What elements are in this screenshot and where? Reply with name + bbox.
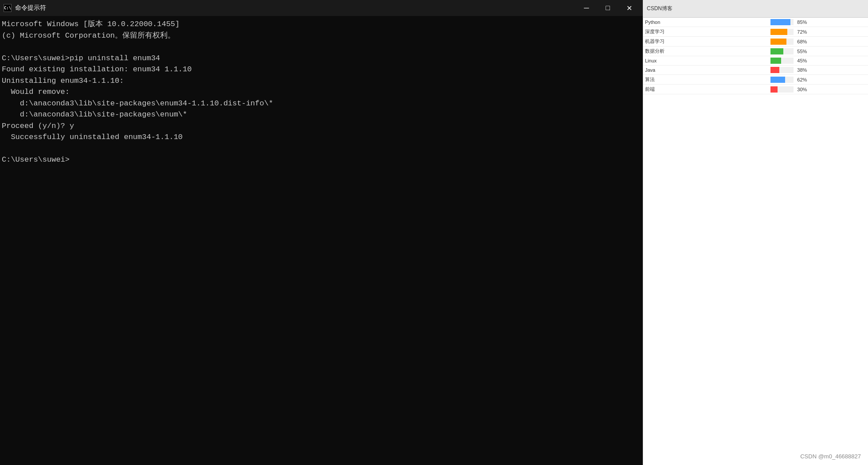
terminal-empty-line bbox=[2, 41, 641, 53]
list-item: Python85% bbox=[643, 18, 868, 27]
csdn-value: 62% bbox=[795, 75, 868, 85]
terminal-line: Found existing installation: enum34 1.1.… bbox=[2, 64, 641, 75]
bar-fill bbox=[770, 86, 778, 93]
csdn-bar-cell bbox=[769, 56, 795, 66]
csdn-value: 55% bbox=[795, 46, 868, 56]
bar-fill bbox=[770, 29, 787, 35]
csdn-table: Python85%深度学习72%机器学习68%数据分析55%Linux45%Ja… bbox=[643, 18, 868, 94]
terminal-line: C:\Users\suwei> bbox=[2, 154, 641, 166]
terminal-line: Successfully uninstalled enum34-1.1.10 bbox=[2, 132, 641, 143]
terminal-body[interactable]: Microsoft Windows [版本 10.0.22000.1455](c… bbox=[0, 16, 643, 465]
title-bar: C:\ 命令提示符 ─ □ ✕ bbox=[0, 0, 643, 16]
csdn-bar-cell bbox=[769, 66, 795, 75]
list-item: 数据分析55% bbox=[643, 46, 868, 56]
terminal-line: d:\anaconda3\lib\site-packages\enum34-1.… bbox=[2, 98, 641, 109]
csdn-label: Java bbox=[643, 66, 769, 75]
title-bar-left: C:\ 命令提示符 bbox=[4, 4, 46, 12]
terminal-line: (c) Microsoft Corporation。保留所有权利。 bbox=[2, 30, 641, 42]
terminal-line: Uninstalling enum34-1.1.10: bbox=[2, 75, 641, 87]
bar-container bbox=[770, 48, 794, 54]
csdn-label: 数据分析 bbox=[643, 46, 769, 56]
csdn-bar-cell bbox=[769, 27, 795, 37]
terminal-line: Proceed (y/n)? y bbox=[2, 120, 641, 132]
bar-fill bbox=[770, 19, 790, 25]
bar-container bbox=[770, 58, 794, 64]
csdn-label: Python bbox=[643, 18, 769, 27]
csdn-header: CSDN博客 bbox=[643, 0, 868, 18]
cmd-icon-text: C:\ bbox=[4, 6, 11, 10]
csdn-sidebar: CSDN博客 Python85%深度学习72%机器学习68%数据分析55%Lin… bbox=[643, 0, 868, 465]
csdn-bar-cell bbox=[769, 85, 795, 94]
bar-fill bbox=[770, 67, 779, 73]
csdn-panel: CSDN博客 Python85%深度学习72%机器学习68%数据分析55%Lin… bbox=[643, 0, 868, 465]
minimize-button[interactable]: ─ bbox=[576, 1, 597, 15]
list-item: 算法62% bbox=[643, 75, 868, 85]
bar-fill bbox=[770, 77, 785, 83]
csdn-content: Python85%深度学习72%机器学习68%数据分析55%Linux45%Ja… bbox=[643, 18, 868, 465]
bar-container bbox=[770, 77, 794, 83]
list-item: Linux45% bbox=[643, 56, 868, 66]
bar-container bbox=[770, 39, 794, 45]
csdn-value: 30% bbox=[795, 85, 868, 94]
terminal-line: C:\Users\suwei>pip uninstall enum34 bbox=[2, 53, 641, 64]
bar-container bbox=[770, 67, 794, 73]
bar-container bbox=[770, 29, 794, 35]
csdn-bar-cell bbox=[769, 18, 795, 27]
csdn-value: 38% bbox=[795, 66, 868, 75]
csdn-label: 深度学习 bbox=[643, 27, 769, 37]
terminal-line: Microsoft Windows [版本 10.0.22000.1455] bbox=[2, 19, 641, 30]
watermark: CSDN @m0_46688827 bbox=[800, 453, 861, 460]
cmd-icon: C:\ bbox=[4, 4, 12, 12]
csdn-label: 前端 bbox=[643, 85, 769, 94]
csdn-value: 68% bbox=[795, 37, 868, 46]
csdn-bar-cell bbox=[769, 37, 795, 46]
bar-container bbox=[770, 86, 794, 93]
csdn-label: 算法 bbox=[643, 75, 769, 85]
csdn-bar-cell bbox=[769, 75, 795, 85]
list-item: 深度学习72% bbox=[643, 27, 868, 37]
bar-container bbox=[770, 19, 794, 25]
maximize-button[interactable]: □ bbox=[598, 1, 618, 15]
window-title: 命令提示符 bbox=[15, 4, 46, 12]
csdn-value: 45% bbox=[795, 56, 868, 66]
bar-fill bbox=[770, 58, 781, 64]
close-button[interactable]: ✕ bbox=[619, 1, 639, 15]
title-bar-controls: ─ □ ✕ bbox=[576, 1, 639, 15]
bar-fill bbox=[770, 39, 786, 45]
csdn-bar-cell bbox=[769, 46, 795, 56]
terminal-empty-line bbox=[2, 143, 641, 155]
list-item: 机器学习68% bbox=[643, 37, 868, 46]
terminal-line: d:\anaconda3\lib\site-packages\enum\* bbox=[2, 109, 641, 120]
list-item: 前端30% bbox=[643, 85, 868, 94]
csdn-label: Linux bbox=[643, 56, 769, 66]
terminal-line: Would remove: bbox=[2, 86, 641, 98]
bar-fill bbox=[770, 48, 783, 54]
cmd-window: C:\ 命令提示符 ─ □ ✕ Microsoft Windows [版本 10… bbox=[0, 0, 643, 465]
csdn-label: 机器学习 bbox=[643, 37, 769, 46]
csdn-value: 72% bbox=[795, 27, 868, 37]
csdn-value: 85% bbox=[795, 18, 868, 27]
list-item: Java38% bbox=[643, 66, 868, 75]
